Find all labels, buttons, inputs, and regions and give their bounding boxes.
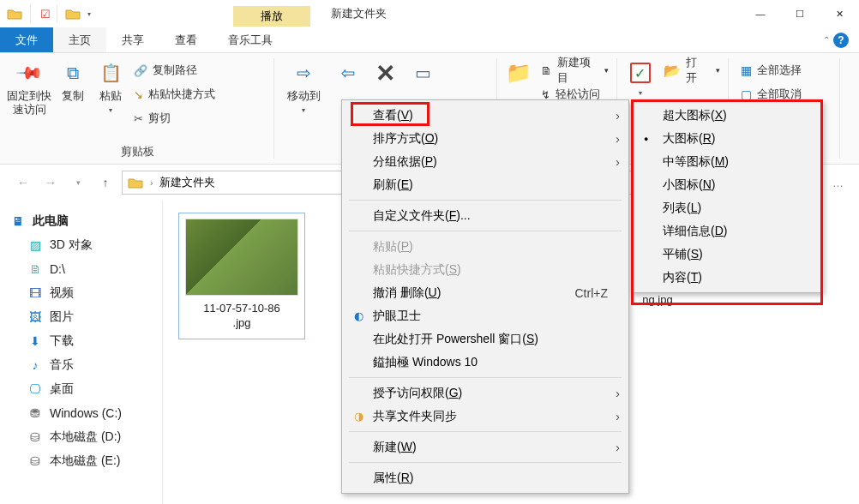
- path-icon: 🔗: [134, 64, 147, 77]
- context-tab-play[interactable]: 播放: [233, 6, 310, 27]
- context-menu-main: 查看(V) 排序方式(O) 分组依据(P) 刷新(E) 自定义文件夹(F)...…: [341, 99, 629, 494]
- copy-path-button[interactable]: 🔗 复制路径: [130, 60, 219, 81]
- ctx-view-list[interactable]: 列表(L): [634, 196, 820, 219]
- select-all-button[interactable]: ▦ 全部选择: [737, 60, 835, 81]
- copy-button[interactable]: ⧉ 复制: [55, 57, 91, 103]
- paste-button[interactable]: 📋 粘贴 ▾: [93, 57, 129, 114]
- new-item-button[interactable]: 🗎 新建项目▾: [538, 60, 612, 81]
- move-to-button[interactable]: ⇨ 移动到 ▾: [279, 57, 327, 114]
- ribbon-tab-view[interactable]: 查看: [159, 27, 213, 52]
- tree-windows-c[interactable]: ⛃Windows (C:): [10, 401, 159, 425]
- chevron-down-icon[interactable]: ▾: [109, 106, 112, 114]
- properties-icon[interactable]: ☑: [39, 8, 52, 21]
- chevron-right-icon[interactable]: ›: [147, 178, 156, 188]
- ribbon-tab-file[interactable]: 文件: [0, 27, 53, 52]
- folder-icon: [128, 177, 143, 189]
- close-button[interactable]: ✕: [820, 0, 859, 27]
- ctx-refresh[interactable]: 刷新(E): [344, 173, 627, 196]
- paste-shortcut-button[interactable]: ↘ 粘贴快捷方式: [130, 84, 219, 105]
- new-item-icon: 🗎: [541, 64, 552, 77]
- thumbnail-filename: 11-07-57-10-86 .jpg: [203, 301, 280, 330]
- drive-icon: ⛁: [27, 454, 43, 468]
- ribbon-tabs: 文件 主页 共享 查看 音乐工具 ⌃ ?: [0, 27, 859, 53]
- check-icon: ✓: [630, 63, 651, 83]
- drive-icon: ⛁: [27, 430, 43, 444]
- tree-this-pc[interactable]: 🖥此电脑: [10, 209, 159, 233]
- ctx-view[interactable]: 查看(V): [344, 104, 627, 127]
- ctx-customize[interactable]: 自定义文件夹(F)...: [344, 204, 627, 227]
- ctx-huyan[interactable]: ◐护眼卫士: [344, 304, 627, 327]
- tree-downloads[interactable]: ⬇下载: [10, 329, 159, 353]
- tree-music[interactable]: ♪音乐: [10, 353, 159, 377]
- maximize-button[interactable]: ☐: [780, 0, 820, 27]
- ctx-view-medium[interactable]: 中等图标(M): [634, 150, 820, 173]
- ctx-properties[interactable]: 属性(R): [344, 466, 627, 489]
- tree-d-drive-link[interactable]: 🗎D:\: [10, 257, 159, 281]
- search-placeholder[interactable]: …: [832, 177, 847, 189]
- ctx-new[interactable]: 新建(W): [344, 435, 627, 459]
- folder-icon: [7, 8, 22, 20]
- qat-dropdown-icon[interactable]: ▾: [87, 10, 91, 18]
- pin-icon: 📌: [15, 58, 45, 88]
- breadcrumb-folder[interactable]: 新建文件夹: [159, 175, 215, 190]
- back-button[interactable]: ←: [12, 171, 34, 194]
- drive-icon: ⛃: [27, 406, 43, 420]
- ctx-winbox[interactable]: 鎰抽極 Windows 10: [344, 351, 627, 374]
- tree-3d-objects[interactable]: ▨3D 对象: [10, 233, 159, 257]
- ctx-powershell[interactable]: 在此处打开 Powershell 窗口(S): [344, 327, 627, 351]
- ctx-undo-delete[interactable]: 撤消 删除(U)Ctrl+Z: [344, 281, 627, 304]
- copy-to-button[interactable]: ⇨: [329, 57, 365, 86]
- cut-button[interactable]: ✂ 剪切: [130, 108, 219, 129]
- file-thumb-selected[interactable]: 11-07-57-10-86 .jpg: [178, 213, 305, 339]
- ctx-group[interactable]: 分组依据(P): [344, 150, 627, 173]
- shortcut-icon: ↘: [134, 88, 143, 101]
- open-button[interactable]: 📂 打开▾: [660, 60, 724, 81]
- ctx-paste: 粘贴(P): [344, 235, 627, 258]
- window-title: 新建文件夹: [331, 6, 387, 21]
- tree-videos[interactable]: 🎞视频: [10, 281, 159, 305]
- ctx-view-small[interactable]: 小图标(N): [634, 173, 820, 196]
- ctx-view-large[interactable]: 大图标(R): [634, 127, 820, 150]
- properties-button[interactable]: ✓ ▾: [622, 57, 658, 97]
- new-folder-button[interactable]: 📁: [502, 57, 536, 86]
- pin-to-quick-access-button[interactable]: 📌 固定到快 速访问: [5, 57, 53, 117]
- context-menu-view: 超大图标(X) 大图标(R) 中等图标(M) 小图标(N) 列表(L) 详细信息…: [631, 99, 823, 293]
- ctx-view-xlarge[interactable]: 超大图标(X): [634, 104, 820, 127]
- ribbon-tab-share[interactable]: 共享: [106, 27, 159, 52]
- open-icon: 📂: [664, 63, 681, 79]
- tree-local-d[interactable]: ⛁本地磁盘 (D:): [10, 425, 159, 449]
- scissors-icon: ✂: [134, 112, 143, 125]
- picture-icon: 🖼: [27, 310, 43, 324]
- thumbnail-image: [185, 219, 298, 296]
- collapse-ribbon-icon[interactable]: ⌃: [823, 35, 830, 45]
- ctx-view-tiles[interactable]: 平铺(S): [634, 243, 820, 266]
- tree-pictures[interactable]: 🖼图片: [10, 305, 159, 329]
- ctx-share-sync[interactable]: ◑共享文件夹同步: [344, 405, 627, 428]
- ctx-view-content[interactable]: 内容(T): [634, 266, 820, 289]
- minimize-button[interactable]: —: [741, 0, 780, 27]
- ribbon-tab-music-tools[interactable]: 音乐工具: [213, 27, 288, 52]
- copy-icon: ⧉: [67, 63, 79, 83]
- cube-icon: ▨: [27, 238, 43, 252]
- delete-button[interactable]: ✕: [367, 57, 403, 86]
- music-icon: ♪: [27, 358, 43, 372]
- tree-desktop[interactable]: 🖵桌面: [10, 377, 159, 401]
- qat-folder[interactable]: [62, 8, 84, 20]
- ctx-paste-shortcut: 粘贴快捷方式(S): [344, 258, 627, 281]
- download-icon: ⬇: [27, 334, 43, 348]
- tree-local-e[interactable]: ⛁本地磁盘 (E:): [10, 449, 159, 473]
- recent-dropdown[interactable]: ▾: [67, 171, 89, 194]
- ctx-sort[interactable]: 排序方式(O): [344, 127, 627, 150]
- new-folder-icon: 📁: [506, 61, 532, 85]
- ctx-view-details[interactable]: 详细信息(D): [634, 219, 820, 243]
- help-icon[interactable]: ?: [833, 33, 849, 48]
- pc-icon: 🖥: [10, 214, 26, 228]
- forward-button[interactable]: →: [39, 171, 62, 194]
- ribbon-tab-home[interactable]: 主页: [53, 27, 106, 52]
- rename-button[interactable]: ▭: [405, 57, 441, 86]
- video-icon: 🎞: [27, 286, 43, 300]
- up-button[interactable]: ↑: [94, 171, 117, 194]
- ctx-grant-access[interactable]: 授予访问权限(G): [344, 381, 627, 405]
- quick-access-toolbar: ☑ ▾: [0, 4, 96, 23]
- desktop-icon: 🖵: [27, 382, 43, 396]
